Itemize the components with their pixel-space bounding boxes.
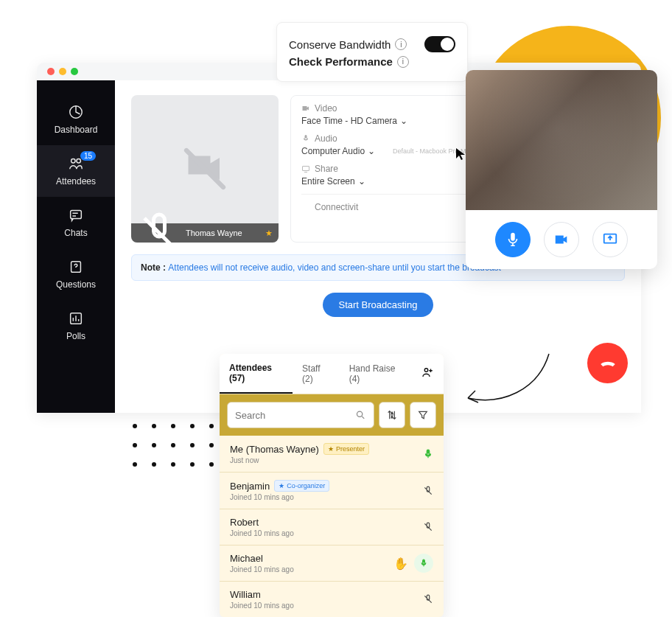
hand-raise-icon: ✋ xyxy=(393,557,408,571)
conserve-bandwidth-toggle[interactable] xyxy=(424,36,455,52)
camera-icon xyxy=(553,231,570,248)
mic-off-icon xyxy=(423,594,433,604)
coorganizer-badge: ★ Co-organizer xyxy=(274,480,329,492)
mic-active-pill xyxy=(414,554,433,573)
sidebar-item-label: Questions xyxy=(56,279,96,290)
mic-icon xyxy=(301,134,310,143)
tab-staff[interactable]: Staff (2) xyxy=(293,355,340,393)
connectivity-label: Connectivit xyxy=(315,202,358,212)
share-screen-button[interactable] xyxy=(592,222,628,257)
info-icon[interactable]: i xyxy=(397,56,409,68)
svg-point-9 xyxy=(357,411,363,416)
sidebar-item-label: Chats xyxy=(64,228,87,238)
add-attendee-button[interactable] xyxy=(411,357,444,391)
svg-point-1 xyxy=(71,159,76,164)
camera-button[interactable] xyxy=(544,222,579,257)
chevron-down-icon: ⌄ xyxy=(368,146,375,156)
phone-hangup-icon xyxy=(598,354,617,373)
hangup-button[interactable] xyxy=(587,343,628,383)
search-input-wrapper[interactable] xyxy=(227,402,374,428)
sidebar-item-dashboard[interactable]: Dashboard xyxy=(37,94,115,145)
chevron-down-icon: ⌄ xyxy=(358,176,365,187)
chat-icon xyxy=(68,207,84,223)
sidebar-item-chats[interactable]: Chats xyxy=(37,197,115,248)
filter-icon xyxy=(417,409,429,421)
svg-text:A: A xyxy=(391,411,393,415)
search-icon xyxy=(355,409,366,421)
start-broadcasting-button[interactable]: Start Broadcasting xyxy=(323,293,434,317)
attendee-row[interactable]: Michael Joined 10 mins ago ✋ xyxy=(220,545,444,582)
sidebar-item-attendees[interactable]: 15 Attendees xyxy=(37,145,115,197)
video-icon xyxy=(301,104,310,113)
tab-attendees[interactable]: Attendees (57) xyxy=(220,354,293,394)
arrow-decor xyxy=(457,350,553,416)
window-minimize-dot[interactable] xyxy=(59,68,66,75)
attendees-list: Me (Thomas Wayne)★ Presenter Just now Be… xyxy=(220,436,444,617)
dashboard-icon xyxy=(68,104,84,120)
search-input[interactable] xyxy=(235,410,355,421)
audio-setting-label: Audio xyxy=(315,133,337,144)
attendee-row[interactable]: Robert Joined 10 mins ago xyxy=(220,509,444,545)
sidebar-item-questions[interactable]: Questions xyxy=(37,248,115,300)
question-icon xyxy=(68,259,84,275)
svg-rect-3 xyxy=(71,211,82,219)
info-icon[interactable]: i xyxy=(395,38,407,50)
svg-rect-6 xyxy=(303,167,309,171)
presenter-name: Thomas Wayne xyxy=(186,229,242,237)
mic-off-icon xyxy=(423,486,433,496)
share-icon xyxy=(301,164,310,173)
sidebar-item-polls[interactable]: Polls xyxy=(37,300,115,352)
self-video-thumb xyxy=(466,70,657,210)
attendees-panel: Attendees (57) Staff (2) Hand Raise (4) … xyxy=(220,354,444,617)
filter-button[interactable] xyxy=(410,402,436,428)
mic-on-icon xyxy=(423,449,433,459)
sort-icon: AZ xyxy=(386,409,398,421)
sidebar-item-label: Polls xyxy=(66,331,85,341)
attendee-row[interactable]: Benjamin★ Co-organizer Joined 10 mins ag… xyxy=(220,473,444,509)
svg-point-8 xyxy=(424,369,428,372)
window-maximize-dot[interactable] xyxy=(71,68,78,75)
camera-preview: Thomas Wayne ★ xyxy=(131,95,279,243)
poll-icon xyxy=(68,310,84,327)
share-target-select[interactable]: Entire Screen⌄ xyxy=(301,176,365,187)
video-setting-label: Video xyxy=(315,103,337,114)
audio-source-select[interactable]: Computer Audio⌄ Default - Macbook Pro Mi… xyxy=(301,146,471,156)
attendees-badge: 15 xyxy=(80,151,96,161)
mic-button[interactable] xyxy=(495,222,531,257)
sidebar: Dashboard 15 Attendees Chats Questions P… xyxy=(37,80,115,413)
conserve-bandwidth-label: Conserve Bandwidth xyxy=(289,38,391,51)
self-video-card xyxy=(466,70,657,269)
person-add-icon xyxy=(421,366,434,379)
sidebar-item-label: Attendees xyxy=(56,176,96,187)
svg-text:Z: Z xyxy=(391,415,393,419)
share-setting-label: Share xyxy=(315,164,338,174)
signal-icon xyxy=(301,203,310,212)
mic-muted-icon xyxy=(137,211,181,255)
camera-off-icon xyxy=(183,147,227,191)
sidebar-item-label: Dashboard xyxy=(55,125,98,135)
screen-share-icon xyxy=(602,231,618,248)
attendee-row[interactable]: William Joined 10 mins ago xyxy=(220,582,444,617)
video-source-select[interactable]: Face Time - HD Camera⌄ xyxy=(301,116,407,126)
presenter-badge: ★ Presenter xyxy=(323,443,369,455)
sort-button[interactable]: AZ xyxy=(379,402,405,428)
svg-point-2 xyxy=(77,159,81,164)
attendee-row[interactable]: Me (Thomas Wayne)★ Presenter Just now xyxy=(220,436,444,473)
bandwidth-popup: Conserve Bandwidth i Check Performance i xyxy=(276,22,468,82)
mic-off-icon xyxy=(423,522,433,532)
cursor-icon xyxy=(455,147,466,161)
mic-icon xyxy=(505,231,521,248)
crown-icon: ★ xyxy=(265,229,273,238)
mic-on-icon xyxy=(419,559,428,568)
chevron-down-icon: ⌄ xyxy=(400,116,407,126)
tab-handraise[interactable]: Hand Raise (4) xyxy=(340,355,411,393)
decorative-dot-grid xyxy=(133,424,214,467)
window-close-dot[interactable] xyxy=(47,68,55,75)
check-performance-label: Check Performance xyxy=(289,55,393,68)
